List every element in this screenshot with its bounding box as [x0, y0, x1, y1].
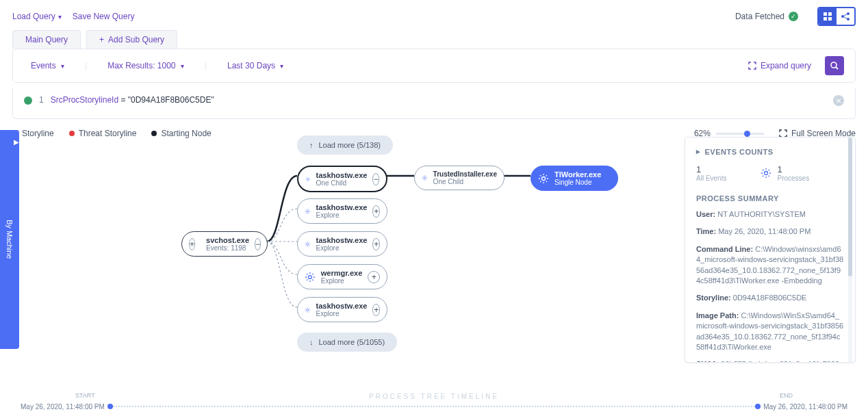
view-toggle[interactable]	[817, 7, 856, 26]
node-taskhostw-2[interactable]: taskhostw.exeExplore +	[297, 198, 387, 224]
search-button[interactable]	[825, 56, 844, 75]
chevron-down-icon: ▾	[58, 13, 62, 21]
gear-icon	[422, 172, 428, 183]
expand-button[interactable]: +	[189, 238, 195, 250]
node-trustedinstaller[interactable]: TrustedInstaller.exeOne Child	[414, 166, 505, 190]
expand-button[interactable]: +	[372, 304, 380, 316]
save-query-link[interactable]: Save New Query	[73, 12, 135, 21]
svg-point-9	[831, 62, 837, 68]
svg-point-20	[542, 177, 546, 180]
timeline-end-ts: May 26, 2020, 11:48:00 PM	[763, 403, 847, 411]
timeline-start-ts: May 26, 2020, 11:48:00 PM	[21, 403, 105, 411]
svg-rect-0	[824, 12, 827, 16]
data-fetched-status: Data Fetched ✓	[735, 12, 798, 21]
svg-point-4	[841, 15, 844, 18]
detail-sha1: SHA1: 06b255dbebdaaa231c0ec19fa7892c9bd8…	[696, 359, 844, 363]
node-taskhostw-3[interactable]: taskhostw.exeExplore +	[297, 231, 387, 257]
line-number: 1	[39, 95, 44, 105]
clear-query-button[interactable]: ✕	[833, 95, 844, 106]
expand-button[interactable]: +	[372, 205, 380, 218]
gear-icon	[305, 239, 311, 250]
timeline[interactable]: PROCESS TREE TIMELINE START END May 26, …	[21, 393, 847, 411]
svg-line-7	[844, 14, 847, 16]
svg-point-16	[307, 243, 309, 245]
events-counts-header[interactable]: ▸ EVENTS COUNTS	[696, 147, 844, 156]
node-taskhostw-5[interactable]: taskhostw.exeExplore +	[297, 297, 387, 322]
expand-icon	[748, 62, 756, 70]
graph-view-button[interactable]	[837, 8, 854, 25]
svg-point-14	[307, 178, 309, 179]
load-more-bottom[interactable]: ↓ Load more (5/1055)	[297, 333, 397, 352]
svg-line-10	[836, 67, 838, 69]
triangle-right-icon: ▸	[696, 147, 701, 156]
load-query-link[interactable]: Load Query▾	[12, 12, 62, 21]
svg-point-19	[424, 177, 426, 179]
expand-button[interactable]: +	[372, 238, 380, 250]
gear-icon	[538, 173, 549, 184]
all-events-count: 1All Events	[696, 164, 726, 182]
svg-point-5	[847, 12, 850, 15]
processes-count: 1Processes	[761, 164, 809, 182]
node-taskhostw-1[interactable]: taskhostw.exeOne Child −	[297, 166, 387, 192]
timeframe-dropdown[interactable]: Last 30 Days ▾	[220, 58, 290, 73]
expand-query-button[interactable]: Expand query	[748, 61, 811, 70]
process-summary-header: PROCESS SUMMARY	[696, 194, 844, 203]
expand-button[interactable]: +	[368, 271, 380, 283]
svg-line-8	[844, 17, 847, 19]
check-icon: ✓	[789, 12, 798, 21]
svg-rect-1	[828, 12, 832, 16]
svg-point-6	[847, 18, 850, 21]
scrollbar[interactable]	[848, 138, 852, 362]
svg-point-15	[307, 210, 309, 212]
node-wermgr[interactable]: wermgr.exeExplore +	[297, 264, 387, 289]
gear-icon	[305, 304, 311, 315]
search-icon	[830, 61, 839, 70]
node-svchost[interactable]: + svchost.exeEvents: 1198 −	[181, 231, 268, 257]
chevron-down-icon: ▾	[61, 62, 64, 70]
max-results-dropdown[interactable]: Max Results: 1000 ▾	[101, 58, 191, 73]
gear-icon	[761, 168, 771, 179]
chevron-down-icon: ▾	[181, 62, 184, 70]
status-dot	[24, 96, 32, 105]
tab-add-sub-query[interactable]: +Add Sub Query	[86, 30, 177, 49]
svg-point-17	[308, 275, 311, 278]
gear-icon	[305, 272, 316, 283]
svg-rect-3	[828, 17, 832, 21]
detail-image-path: Image Path: C:\Windows\WinSxS\amd64_micr…	[696, 311, 844, 353]
detail-time: Time: May 26, 2020, 11:48:00 PM	[696, 226, 844, 237]
collapse-button[interactable]: −	[372, 173, 379, 185]
events-dropdown[interactable]: Events ▾	[24, 58, 71, 73]
svg-point-18	[307, 309, 309, 311]
svg-point-21	[765, 172, 768, 175]
detail-user: User: NT AUTHORITY\SYSTEM	[696, 209, 844, 220]
gear-icon	[305, 174, 311, 185]
detail-storyline: Storyline: 0D94A18F8B06C5DE	[696, 293, 844, 303]
svg-rect-2	[824, 17, 827, 21]
grid-view-button[interactable]	[819, 8, 837, 25]
node-tiworker[interactable]: TIWorker.exeSingle Node	[531, 166, 618, 191]
detail-cmd: Command Line: C:\Windows\winsxs\amd64_mi…	[696, 244, 844, 287]
load-more-top[interactable]: ↑ Load more (5/138)	[297, 135, 393, 155]
chevron-down-icon: ▾	[280, 62, 283, 70]
tab-main-query[interactable]: Main Query	[12, 30, 81, 49]
gear-icon	[305, 206, 311, 217]
query-text: SrcProcStorylineId = "0D94A18F8B06C5DE"	[51, 95, 214, 105]
plus-icon: +	[99, 35, 104, 44]
details-panel: ▸ EVENTS COUNTS 1All Events 1Processes P…	[685, 137, 856, 363]
collapse-button[interactable]: −	[255, 238, 261, 250]
